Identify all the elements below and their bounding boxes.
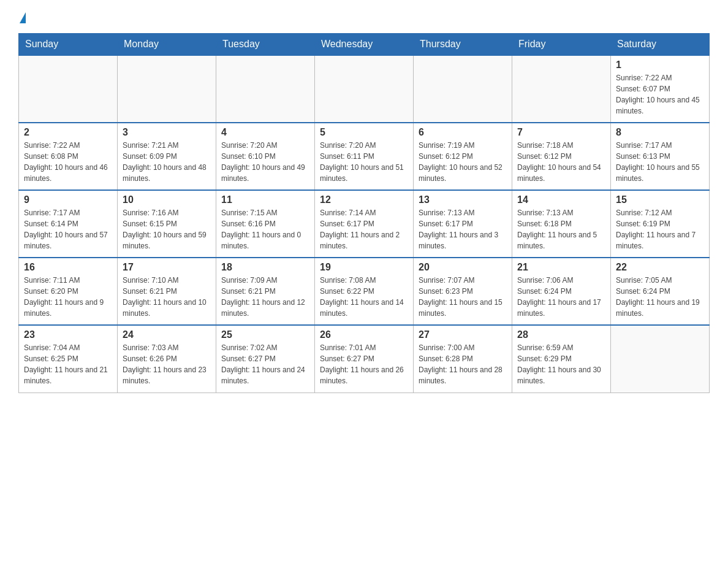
day-number: 16 <box>24 262 112 273</box>
day-number: 27 <box>419 329 507 340</box>
calendar-day-cell: 3Sunrise: 7:21 AMSunset: 6:09 PMDaylight… <box>118 123 216 190</box>
day-sun-info: Sunrise: 7:11 AMSunset: 6:20 PMDaylight:… <box>24 275 112 319</box>
day-sun-info: Sunrise: 7:20 AMSunset: 6:11 PMDaylight:… <box>320 140 408 184</box>
day-number: 10 <box>123 194 211 205</box>
calendar-week-row: 16Sunrise: 7:11 AMSunset: 6:20 PMDayligh… <box>19 258 710 325</box>
calendar-day-cell: 16Sunrise: 7:11 AMSunset: 6:20 PMDayligh… <box>19 258 118 325</box>
calendar-header-row: SundayMondayTuesdayWednesdayThursdayFrid… <box>19 34 710 56</box>
day-of-week-header: Monday <box>118 34 216 56</box>
day-number: 13 <box>419 194 507 205</box>
calendar-week-row: 1Sunrise: 7:22 AMSunset: 6:07 PMDaylight… <box>19 55 710 123</box>
day-sun-info: Sunrise: 7:03 AMSunset: 6:26 PMDaylight:… <box>123 342 211 386</box>
day-sun-info: Sunrise: 7:17 AMSunset: 6:14 PMDaylight:… <box>24 207 112 251</box>
day-sun-info: Sunrise: 7:02 AMSunset: 6:27 PMDaylight:… <box>221 342 309 386</box>
calendar-day-cell: 14Sunrise: 7:13 AMSunset: 6:18 PMDayligh… <box>512 190 611 258</box>
calendar-day-cell: 15Sunrise: 7:12 AMSunset: 6:19 PMDayligh… <box>611 190 710 258</box>
day-sun-info: Sunrise: 7:13 AMSunset: 6:17 PMDaylight:… <box>419 207 507 251</box>
calendar-day-cell: 17Sunrise: 7:10 AMSunset: 6:21 PMDayligh… <box>118 258 216 325</box>
calendar-day-cell: 5Sunrise: 7:20 AMSunset: 6:11 PMDaylight… <box>315 123 414 190</box>
day-number: 25 <box>221 329 309 340</box>
day-sun-info: Sunrise: 7:19 AMSunset: 6:12 PMDaylight:… <box>419 140 507 184</box>
day-sun-info: Sunrise: 7:05 AMSunset: 6:24 PMDaylight:… <box>616 275 704 319</box>
calendar-day-cell <box>611 325 710 393</box>
day-number: 6 <box>419 127 507 138</box>
day-sun-info: Sunrise: 7:00 AMSunset: 6:28 PMDaylight:… <box>419 342 507 386</box>
day-number: 2 <box>24 127 112 138</box>
day-number: 1 <box>616 59 704 71</box>
calendar-day-cell: 24Sunrise: 7:03 AMSunset: 6:26 PMDayligh… <box>118 325 216 393</box>
day-number: 7 <box>517 127 605 138</box>
calendar-day-cell <box>315 55 414 123</box>
day-of-week-header: Thursday <box>414 34 512 56</box>
calendar-day-cell: 28Sunrise: 6:59 AMSunset: 6:29 PMDayligh… <box>512 325 611 393</box>
day-sun-info: Sunrise: 7:08 AMSunset: 6:22 PMDaylight:… <box>320 275 408 319</box>
calendar-day-cell: 25Sunrise: 7:02 AMSunset: 6:27 PMDayligh… <box>216 325 315 393</box>
day-of-week-header: Saturday <box>611 34 710 56</box>
day-sun-info: Sunrise: 7:06 AMSunset: 6:24 PMDaylight:… <box>517 275 605 319</box>
day-number: 9 <box>24 194 112 205</box>
day-sun-info: Sunrise: 7:04 AMSunset: 6:25 PMDaylight:… <box>24 342 112 386</box>
day-sun-info: Sunrise: 7:13 AMSunset: 6:18 PMDaylight:… <box>517 207 605 251</box>
day-number: 15 <box>616 194 704 205</box>
calendar-day-cell: 4Sunrise: 7:20 AMSunset: 6:10 PMDaylight… <box>216 123 315 190</box>
day-number: 19 <box>320 262 408 273</box>
day-number: 18 <box>221 262 309 273</box>
calendar-day-cell: 20Sunrise: 7:07 AMSunset: 6:23 PMDayligh… <box>414 258 512 325</box>
calendar-day-cell: 8Sunrise: 7:17 AMSunset: 6:13 PMDaylight… <box>611 123 710 190</box>
calendar-day-cell: 23Sunrise: 7:04 AMSunset: 6:25 PMDayligh… <box>19 325 118 393</box>
day-sun-info: Sunrise: 7:10 AMSunset: 6:21 PMDaylight:… <box>123 275 211 319</box>
day-number: 3 <box>123 127 211 138</box>
day-number: 4 <box>221 127 309 138</box>
calendar-day-cell: 13Sunrise: 7:13 AMSunset: 6:17 PMDayligh… <box>414 190 512 258</box>
calendar-day-cell: 7Sunrise: 7:18 AMSunset: 6:12 PMDaylight… <box>512 123 611 190</box>
day-sun-info: Sunrise: 7:07 AMSunset: 6:23 PMDaylight:… <box>419 275 507 319</box>
day-number: 8 <box>616 127 704 138</box>
page-header <box>18 12 710 23</box>
day-number: 23 <box>24 329 112 340</box>
day-sun-info: Sunrise: 7:09 AMSunset: 6:21 PMDaylight:… <box>221 275 309 319</box>
calendar-day-cell: 10Sunrise: 7:16 AMSunset: 6:15 PMDayligh… <box>118 190 216 258</box>
day-sun-info: Sunrise: 7:22 AMSunset: 6:08 PMDaylight:… <box>24 140 112 184</box>
day-number: 14 <box>517 194 605 205</box>
calendar-day-cell: 6Sunrise: 7:19 AMSunset: 6:12 PMDaylight… <box>414 123 512 190</box>
day-sun-info: Sunrise: 7:12 AMSunset: 6:19 PMDaylight:… <box>616 207 704 251</box>
day-sun-info: Sunrise: 7:21 AMSunset: 6:09 PMDaylight:… <box>123 140 211 184</box>
calendar-day-cell <box>118 55 216 123</box>
calendar-day-cell: 2Sunrise: 7:22 AMSunset: 6:08 PMDaylight… <box>19 123 118 190</box>
day-of-week-header: Wednesday <box>315 34 414 56</box>
day-sun-info: Sunrise: 7:15 AMSunset: 6:16 PMDaylight:… <box>221 207 309 251</box>
day-number: 11 <box>221 194 309 205</box>
calendar-day-cell <box>19 55 118 123</box>
calendar-table: SundayMondayTuesdayWednesdayThursdayFrid… <box>18 33 710 393</box>
day-of-week-header: Sunday <box>19 34 118 56</box>
calendar-day-cell: 18Sunrise: 7:09 AMSunset: 6:21 PMDayligh… <box>216 258 315 325</box>
calendar-day-cell: 11Sunrise: 7:15 AMSunset: 6:16 PMDayligh… <box>216 190 315 258</box>
calendar-week-row: 2Sunrise: 7:22 AMSunset: 6:08 PMDaylight… <box>19 123 710 190</box>
day-number: 21 <box>517 262 605 273</box>
calendar-day-cell: 21Sunrise: 7:06 AMSunset: 6:24 PMDayligh… <box>512 258 611 325</box>
day-number: 24 <box>123 329 211 340</box>
calendar-week-row: 9Sunrise: 7:17 AMSunset: 6:14 PMDaylight… <box>19 190 710 258</box>
calendar-day-cell: 22Sunrise: 7:05 AMSunset: 6:24 PMDayligh… <box>611 258 710 325</box>
calendar-day-cell: 19Sunrise: 7:08 AMSunset: 6:22 PMDayligh… <box>315 258 414 325</box>
day-sun-info: Sunrise: 7:22 AMSunset: 6:07 PMDaylight:… <box>616 72 704 117</box>
calendar-day-cell: 1Sunrise: 7:22 AMSunset: 6:07 PMDaylight… <box>611 55 710 123</box>
day-number: 22 <box>616 262 704 273</box>
calendar-day-cell: 9Sunrise: 7:17 AMSunset: 6:14 PMDaylight… <box>19 190 118 258</box>
day-sun-info: Sunrise: 7:14 AMSunset: 6:17 PMDaylight:… <box>320 207 408 251</box>
day-number: 12 <box>320 194 408 205</box>
calendar-day-cell: 26Sunrise: 7:01 AMSunset: 6:27 PMDayligh… <box>315 325 414 393</box>
day-number: 5 <box>320 127 408 138</box>
calendar-day-cell <box>414 55 512 123</box>
day-number: 28 <box>517 329 605 340</box>
day-number: 26 <box>320 329 408 340</box>
day-sun-info: Sunrise: 7:20 AMSunset: 6:10 PMDaylight:… <box>221 140 309 184</box>
day-number: 20 <box>419 262 507 273</box>
calendar-day-cell: 27Sunrise: 7:00 AMSunset: 6:28 PMDayligh… <box>414 325 512 393</box>
calendar-week-row: 23Sunrise: 7:04 AMSunset: 6:25 PMDayligh… <box>19 325 710 393</box>
day-sun-info: Sunrise: 7:01 AMSunset: 6:27 PMDaylight:… <box>320 342 408 386</box>
logo <box>18 12 27 23</box>
logo-triangle-icon <box>20 12 26 23</box>
day-sun-info: Sunrise: 6:59 AMSunset: 6:29 PMDaylight:… <box>517 342 605 386</box>
day-sun-info: Sunrise: 7:18 AMSunset: 6:12 PMDaylight:… <box>517 140 605 184</box>
